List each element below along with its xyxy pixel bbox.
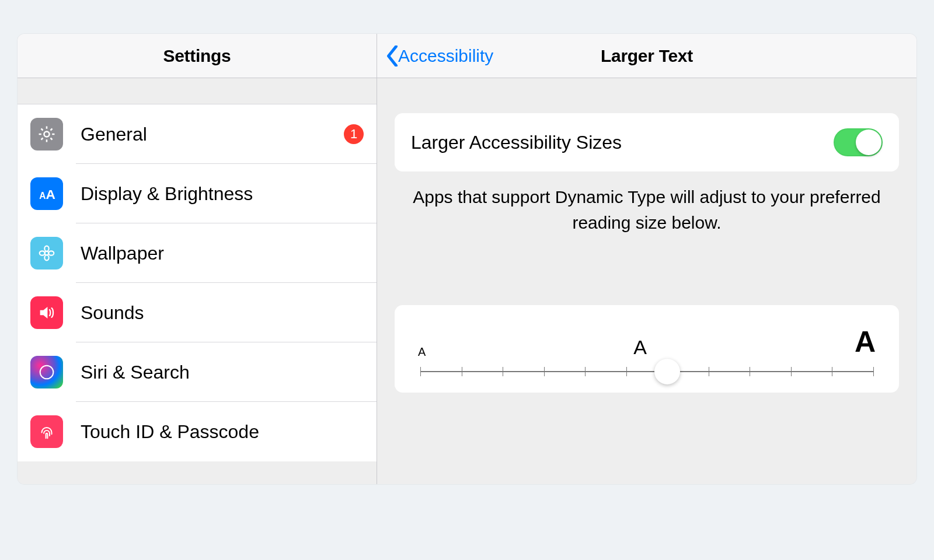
back-button[interactable]: Accessibility [386,34,493,78]
toggle-label: Larger Accessibility Sizes [411,132,622,153]
sidebar-list[interactable]: General 1 AA Display & Brightness Wallpa… [18,78,377,484]
flower-icon [30,237,63,270]
spacer [377,78,916,113]
slider-tick [544,367,545,376]
settings-window: Settings General 1 AA Display & Brightne… [18,34,916,484]
sidebar-item-label: Siri & Search [81,362,364,383]
sidebar-item-touch-id-passcode[interactable]: Touch ID & Passcode [18,402,377,461]
mid-size-glyph: A [633,336,647,359]
sidebar-navbar: Settings [18,34,377,78]
sidebar-item-label: Touch ID & Passcode [81,421,364,443]
slider-thumb[interactable] [654,359,680,384]
svg-point-8 [40,366,54,379]
toggle-card: Larger Accessibility Sizes [395,113,899,172]
sidebar-item-siri-search[interactable]: Siri & Search [18,342,377,402]
spacer [18,78,377,104]
sidebar-item-label: General [81,124,344,145]
sidebar-cells: General 1 AA Display & Brightness Wallpa… [18,104,377,461]
svg-point-4 [44,246,48,251]
sidebar-item-display-brightness[interactable]: AA Display & Brightness [18,164,377,223]
fingerprint-icon [30,415,63,448]
svg-point-5 [44,255,48,260]
sidebar-item-general[interactable]: General 1 [18,104,377,164]
detail-body: Larger Accessibility Sizes Apps that sup… [377,78,916,484]
slider-tick [585,367,586,376]
slider-tick [462,367,462,376]
slider-tick [709,367,709,376]
svg-text:A: A [46,187,55,202]
max-size-glyph: A [855,325,876,359]
speaker-icon [30,296,63,329]
detail-title: Larger Text [601,46,693,66]
slider-tick [873,367,874,376]
min-size-glyph: A [418,345,426,359]
back-label: Accessibility [398,46,493,66]
slider-tick [832,367,832,376]
text-size-icon: AA [30,177,63,210]
sidebar-item-label: Sounds [81,302,364,324]
slider-tick [791,367,792,376]
svg-point-7 [48,251,54,255]
dynamic-type-caption: Apps that support Dynamic Type will adju… [412,184,881,235]
svg-point-6 [40,251,45,255]
text-size-slider[interactable] [414,360,879,383]
text-size-slider-card: A A A [395,305,899,393]
detail-navbar: Accessibility Larger Text [377,34,916,78]
slider-rail [420,371,873,372]
notification-badge: 1 [344,124,364,144]
siri-icon [30,356,63,388]
slider-tick [503,367,503,376]
larger-accessibility-sizes-row: Larger Accessibility Sizes [395,113,899,172]
switch-knob [856,130,881,155]
svg-text:A: A [39,191,46,201]
sidebar-item-wallpaper[interactable]: Wallpaper [18,223,377,283]
sidebar-item-sounds[interactable]: Sounds [18,283,377,342]
sidebar: Settings General 1 AA Display & Brightne… [18,34,377,484]
sidebar-item-label: Display & Brightness [81,183,364,205]
size-glyph-row: A A A [414,325,879,359]
slider-tick [750,367,750,376]
slider-tick [626,367,627,376]
slider-tick [420,367,421,376]
svg-point-0 [44,131,49,136]
sidebar-item-label: Wallpaper [81,243,364,264]
detail-pane: Accessibility Larger Text Larger Accessi… [377,34,916,484]
chevron-left-icon [386,46,398,66]
gear-icon [30,118,63,150]
larger-accessibility-sizes-switch[interactable] [834,128,883,156]
sidebar-title: Settings [163,46,231,66]
